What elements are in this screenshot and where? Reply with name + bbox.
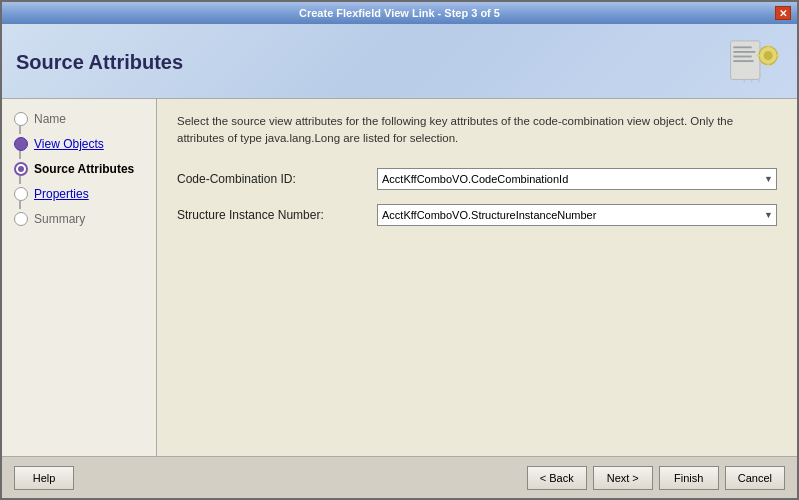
main-area: Name View Objects Source Attributes bbox=[2, 99, 797, 456]
footer: Help < Back Next > Finish Cancel bbox=[2, 456, 797, 498]
description-text: Select the source view attributes for th… bbox=[177, 113, 777, 148]
close-button[interactable]: ✕ bbox=[775, 6, 791, 20]
svg-rect-1 bbox=[733, 46, 751, 48]
svg-point-12 bbox=[750, 80, 752, 82]
sidebar-item-properties[interactable]: Properties bbox=[34, 187, 89, 201]
svg-point-13 bbox=[758, 80, 760, 82]
help-button[interactable]: Help bbox=[14, 466, 74, 490]
header-icon bbox=[723, 35, 783, 90]
back-button[interactable]: < Back bbox=[527, 466, 587, 490]
structure-instance-select-wrapper: AcctKffComboVO.StructureInstanceNumber bbox=[377, 204, 777, 226]
structure-instance-row: Structure Instance Number: AcctKffComboV… bbox=[177, 204, 777, 226]
footer-right: < Back Next > Finish Cancel bbox=[527, 466, 785, 490]
code-combination-row: Code-Combination ID: AcctKffComboVO.Code… bbox=[177, 168, 777, 190]
footer-left: Help bbox=[14, 466, 74, 490]
svg-rect-4 bbox=[733, 60, 753, 62]
structure-instance-select[interactable]: AcctKffComboVO.StructureInstanceNumber bbox=[377, 204, 777, 226]
window-content: Source Attributes bbox=[2, 24, 797, 498]
sidebar-item-source-attributes: Source Attributes bbox=[34, 162, 134, 176]
main-window: Create Flexfield View Link - Step 3 of 5… bbox=[0, 0, 799, 500]
code-combination-select-wrapper: AcctKffComboVO.CodeCombinationId bbox=[377, 168, 777, 190]
structure-instance-label: Structure Instance Number: bbox=[177, 208, 377, 222]
sidebar-dot-source-attributes bbox=[14, 162, 28, 176]
title-bar: Create Flexfield View Link - Step 3 of 5… bbox=[2, 2, 797, 24]
sidebar-dot-name bbox=[14, 112, 28, 126]
connector-3 bbox=[19, 176, 21, 184]
sidebar-dot-summary bbox=[14, 212, 28, 226]
header-section: Source Attributes bbox=[2, 24, 797, 99]
connector-1 bbox=[19, 126, 21, 134]
code-combination-label: Code-Combination ID: bbox=[177, 172, 377, 186]
connector-4 bbox=[19, 201, 21, 209]
content-area: Select the source view attributes for th… bbox=[157, 99, 797, 456]
window-title: Create Flexfield View Link - Step 3 of 5 bbox=[24, 7, 775, 19]
sidebar-item-summary: Summary bbox=[34, 212, 85, 226]
svg-point-6 bbox=[763, 51, 772, 60]
sidebar-item-view-objects[interactable]: View Objects bbox=[34, 137, 104, 151]
connector-2 bbox=[19, 151, 21, 159]
finish-button[interactable]: Finish bbox=[659, 466, 719, 490]
next-button[interactable]: Next > bbox=[593, 466, 653, 490]
cancel-button[interactable]: Cancel bbox=[725, 466, 785, 490]
svg-point-11 bbox=[743, 80, 745, 82]
svg-rect-3 bbox=[733, 56, 751, 58]
svg-rect-2 bbox=[733, 51, 755, 53]
sidebar-dot-view-objects bbox=[14, 137, 28, 151]
code-combination-select[interactable]: AcctKffComboVO.CodeCombinationId bbox=[377, 168, 777, 190]
sidebar: Name View Objects Source Attributes bbox=[2, 99, 157, 456]
page-title: Source Attributes bbox=[16, 51, 183, 74]
sidebar-item-name: Name bbox=[34, 112, 66, 126]
sidebar-dot-properties bbox=[14, 187, 28, 201]
